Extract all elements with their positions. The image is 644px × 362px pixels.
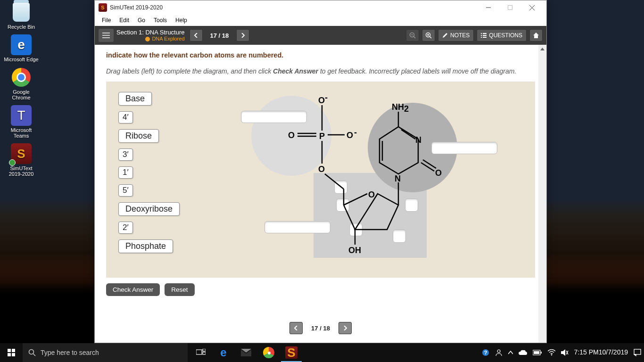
svg-line-8 [429, 37, 431, 39]
maximize-button[interactable] [499, 0, 521, 15]
svg-rect-12 [483, 33, 487, 34]
svg-rect-16 [483, 37, 487, 38]
tray-clock[interactable]: 7:15 PM 10/7/2019 [571, 343, 631, 362]
hamburger-button[interactable] [99, 29, 114, 42]
home-icon [533, 32, 539, 39]
tray-date: 10/7/2019 [599, 348, 628, 357]
tray-volume[interactable] [558, 343, 571, 362]
svg-line-46 [33, 354, 36, 356]
desktop-icons: Recycle Bin e Microsoft Edge Google Chro… [0, 0, 42, 181]
drag-label-4prime[interactable]: 4′ [118, 111, 133, 123]
zoom-in-button[interactable] [422, 29, 435, 41]
svg-line-32 [344, 205, 355, 230]
footer-nav: 17 / 18 [95, 322, 546, 334]
svg-text:O: O [318, 96, 325, 105]
menu-file[interactable]: File [98, 16, 115, 25]
menu-go[interactable]: Go [133, 16, 149, 25]
desktop-icon-teams[interactable]: T Microsoft Teams [3, 105, 39, 139]
next-page-button[interactable] [236, 29, 249, 41]
svg-text:NH2: NH2 [392, 102, 409, 114]
window-controls [478, 0, 543, 15]
drag-label-deoxyribose[interactable]: Deoxyribose [118, 202, 180, 216]
svg-text:N: N [395, 174, 401, 183]
check-answer-button[interactable]: Check Answer [106, 283, 160, 296]
drag-label-ribose[interactable]: Ribose [118, 129, 159, 143]
app-window: S SimUText 2019-2020 File Edit Go Tools … [94, 0, 547, 343]
svg-text:OH: OH [348, 246, 361, 255]
svg-line-43 [423, 160, 436, 168]
taskbar-search[interactable]: Type here to search [23, 343, 188, 362]
svg-point-52 [497, 350, 500, 353]
taskbar-simutext[interactable] [280, 343, 303, 362]
titlebar[interactable]: S SimUText 2019-2020 [95, 0, 546, 15]
activity-panel: Base 4′ Ribose 3′ 1′ 5′ Deoxyribose 2′ P… [106, 82, 535, 278]
section-title-text: Section 1: DNA Structure [116, 29, 185, 36]
svg-text:O: O [347, 131, 353, 140]
search-icon [28, 349, 36, 356]
drag-label-phosphate[interactable]: Phosphate [118, 239, 173, 253]
desktop-icon-label: Microsoft Edge [3, 57, 39, 62]
svg-line-5 [413, 37, 415, 39]
tray-help[interactable]: ? [479, 343, 492, 362]
tray-notifications[interactable] [631, 343, 644, 362]
svg-rect-13 [481, 35, 482, 36]
svg-line-42 [421, 163, 434, 171]
svg-text:-: - [325, 93, 328, 102]
svg-rect-47 [196, 350, 202, 354]
svg-rect-54 [541, 352, 542, 354]
minimize-button[interactable] [478, 0, 499, 15]
svg-text:N: N [415, 135, 421, 145]
drag-label-3prime[interactable]: 3′ [118, 148, 133, 161]
menu-help[interactable]: Help [171, 16, 191, 25]
reset-button[interactable]: Reset [165, 283, 194, 296]
taskbar-task-view[interactable] [190, 343, 212, 362]
recycle-bin-icon [11, 2, 32, 23]
desktop-icon-edge[interactable]: e Microsoft Edge [3, 34, 39, 62]
drag-label-base[interactable]: Base [118, 92, 152, 106]
notes-button[interactable]: NOTES [438, 29, 474, 41]
desktop-icon-label: Microsoft Teams [3, 127, 39, 139]
instruction-heading: indicate how the relevant carbon atoms a… [106, 51, 535, 59]
desktop-icon-chrome[interactable]: Google Chrome [3, 67, 39, 100]
taskbar-edge[interactable]: e [212, 343, 235, 362]
tray-people[interactable] [492, 343, 505, 362]
svg-line-29 [325, 174, 344, 189]
action-buttons: Check Answer Reset [106, 283, 535, 296]
svg-rect-15 [481, 37, 482, 38]
prev-page-button[interactable] [190, 29, 203, 41]
tray-onedrive[interactable] [516, 343, 530, 362]
label-palette: Base 4′ Ribose 3′ 1′ 5′ Deoxyribose 2′ P… [118, 92, 180, 253]
drag-label-2prime[interactable]: 2′ [118, 222, 133, 234]
taskbar-apps: e [190, 343, 303, 362]
svg-rect-55 [534, 351, 539, 354]
svg-text:P: P [319, 132, 325, 141]
section-header: Section 1: DNA Structure DNA Explored [116, 29, 185, 42]
questions-button[interactable]: QUESTIONS [477, 29, 527, 41]
menu-tools[interactable]: Tools [149, 16, 171, 25]
taskbar-mail[interactable] [235, 343, 257, 362]
menu-edit[interactable]: Edit [115, 16, 133, 25]
start-button[interactable] [0, 343, 23, 362]
zoom-out-button[interactable] [406, 29, 419, 41]
svg-rect-11 [481, 33, 482, 34]
teams-icon: T [11, 105, 32, 126]
taskbar-chrome[interactable] [257, 343, 280, 362]
drag-label-1prime[interactable]: 1′ [118, 166, 133, 179]
footer-prev-button[interactable] [289, 322, 303, 334]
nucleotide-diagram: O - P O O - O O [238, 88, 502, 277]
svg-rect-1 [508, 6, 512, 10]
svg-text:O: O [318, 165, 325, 174]
tray-wifi[interactable] [545, 343, 558, 362]
tray-chevron-up[interactable] [505, 343, 516, 362]
desktop-icon-simutext[interactable]: SimUText 2019-2020 [3, 143, 39, 177]
home-button[interactable] [529, 29, 543, 41]
footer-next-button[interactable] [339, 322, 352, 334]
svg-point-45 [29, 350, 34, 354]
drag-label-5prime[interactable]: 5′ [118, 184, 133, 197]
svg-text:O: O [368, 190, 375, 199]
tray-battery[interactable] [530, 343, 545, 362]
svg-rect-59 [634, 349, 641, 354]
desktop-icon-recycle-bin[interactable]: Recycle Bin [3, 2, 39, 30]
close-button[interactable] [521, 0, 543, 15]
svg-rect-48 [203, 349, 206, 351]
